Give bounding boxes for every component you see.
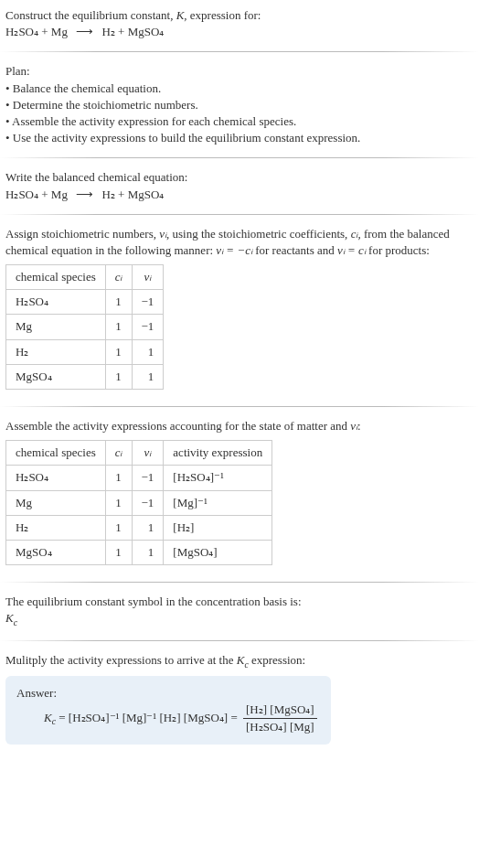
cell-n: −1 bbox=[132, 290, 164, 315]
text: Assemble the activity expressions accoun… bbox=[5, 419, 350, 433]
header-section: Construct the equilibrium constant, K, e… bbox=[0, 0, 479, 48]
col-nui: νᵢ bbox=[132, 265, 164, 290]
table-header-row: chemical species cᵢ νᵢ activity expressi… bbox=[6, 441, 272, 466]
cell-c: 1 bbox=[105, 490, 132, 515]
cell-c: 1 bbox=[105, 540, 132, 564]
species: H₂ bbox=[101, 188, 114, 201]
cell-act: [Mg]⁻¹ bbox=[164, 490, 272, 515]
term: [H₂] bbox=[160, 711, 181, 724]
divider bbox=[0, 582, 479, 583]
species: MgSO₄ bbox=[128, 188, 165, 201]
construct-line: Construct the equilibrium constant, K, e… bbox=[5, 7, 474, 24]
text: , using the stoichiometric coefficients, bbox=[166, 227, 351, 241]
nu-symbol: νᵢ bbox=[350, 419, 357, 433]
table-row: MgSO₄11 bbox=[6, 364, 164, 389]
species: Mg bbox=[51, 25, 68, 38]
cell-species: MgSO₄ bbox=[6, 540, 106, 564]
text: Assign stoichiometric numbers, bbox=[5, 227, 159, 241]
k: K bbox=[5, 611, 14, 625]
answer-equation: Kc = [H₂SO₄]⁻¹ [Mg]⁻¹ [H₂] [MgSO₄] = [H₂… bbox=[16, 702, 320, 735]
cell-c: 1 bbox=[105, 315, 132, 339]
text: , expression for: bbox=[184, 8, 261, 22]
table-header-row: chemical species cᵢ νᵢ bbox=[6, 265, 164, 290]
text: : bbox=[357, 419, 361, 433]
table-row: Mg1−1 bbox=[6, 315, 164, 339]
species: H₂SO₄ bbox=[5, 25, 38, 38]
col-species: chemical species bbox=[6, 265, 106, 290]
cell-c: 1 bbox=[105, 364, 132, 389]
cell-n: 1 bbox=[132, 515, 164, 540]
species: H₂ bbox=[101, 25, 114, 38]
eq: νᵢ = cᵢ bbox=[337, 243, 366, 257]
symbol-line: The equilibrium constant symbol in the c… bbox=[5, 594, 474, 610]
cell-species: H₂ bbox=[6, 515, 106, 540]
equals: = bbox=[56, 711, 69, 724]
species: Mg bbox=[51, 188, 68, 201]
text: Construct the equilibrium constant, bbox=[5, 8, 176, 22]
table-row: H₂11 bbox=[6, 339, 164, 364]
multiply-section: Mulitply the activity expressions to arr… bbox=[0, 645, 479, 758]
plan-bullet: • Assemble the activity expression for e… bbox=[5, 113, 474, 130]
activity-section: Assemble the activity expressions accoun… bbox=[0, 411, 479, 578]
balanced-section: Write the balanced chemical equation: H₂… bbox=[0, 162, 479, 209]
cell-species: Mg bbox=[6, 490, 106, 515]
cell-c: 1 bbox=[105, 290, 132, 315]
k: K bbox=[44, 711, 52, 724]
table-row: Mg1−1[Mg]⁻¹ bbox=[6, 490, 272, 515]
cell-species: H₂SO₄ bbox=[6, 290, 106, 315]
text: for reactants and bbox=[252, 243, 337, 257]
numerator: [H₂] [MgSO₄] bbox=[243, 702, 317, 719]
plan-bullet: • Determine the stoichiometric numbers. bbox=[5, 97, 474, 113]
multiply-line: Mulitply the activity expressions to arr… bbox=[5, 652, 474, 670]
divider bbox=[0, 640, 479, 641]
plus: + bbox=[38, 188, 51, 201]
cell-n: 1 bbox=[132, 339, 164, 364]
col-species: chemical species bbox=[6, 441, 106, 466]
cell-act: [H₂SO₄]⁻¹ bbox=[164, 466, 272, 490]
denominator: [H₂SO₄] [Mg] bbox=[243, 719, 317, 735]
cell-species: Mg bbox=[6, 315, 106, 339]
table-row: MgSO₄11[MgSO₄] bbox=[6, 540, 272, 564]
plan-section: Plan: • Balance the chemical equation. •… bbox=[0, 56, 479, 154]
col-ci: cᵢ bbox=[105, 441, 132, 466]
divider bbox=[0, 406, 479, 407]
balanced-equation: H₂SO₄ + Mg ⟶ H₂ + MgSO₄ bbox=[5, 187, 474, 203]
answer-label: Answer: bbox=[16, 685, 320, 702]
plan-title: Plan: bbox=[5, 63, 474, 80]
term: [H₂SO₄]⁻¹ bbox=[69, 711, 120, 724]
stoich-table: chemical species cᵢ νᵢ H₂SO₄1−1 Mg1−1 H₂… bbox=[5, 264, 164, 390]
species: MgSO₄ bbox=[128, 25, 165, 38]
arrow-icon: ⟶ bbox=[76, 187, 93, 203]
unbalanced-equation: H₂SO₄ + Mg ⟶ H₂ + MgSO₄ bbox=[5, 24, 474, 40]
symbol-section: The equilibrium constant symbol in the c… bbox=[0, 586, 479, 636]
cell-c: 1 bbox=[105, 339, 132, 364]
cell-n: −1 bbox=[132, 466, 164, 490]
species: H₂SO₄ bbox=[5, 188, 38, 201]
divider bbox=[0, 157, 479, 158]
cell-n: −1 bbox=[132, 315, 164, 339]
term: [Mg]⁻¹ bbox=[122, 711, 157, 724]
text: Mulitply the activity expressions to arr… bbox=[5, 653, 237, 667]
cell-act: [MgSO₄] bbox=[164, 540, 272, 564]
nu-symbol: νᵢ bbox=[159, 227, 166, 241]
assign-paragraph: Assign stoichiometric numbers, νᵢ, using… bbox=[5, 226, 474, 259]
text: expression: bbox=[249, 653, 305, 667]
plus: + bbox=[115, 188, 128, 201]
assign-section: Assign stoichiometric numbers, νᵢ, using… bbox=[0, 219, 479, 402]
cell-species: H₂ bbox=[6, 339, 106, 364]
c-sub: c bbox=[14, 617, 17, 627]
arrow-icon: ⟶ bbox=[76, 24, 93, 40]
eq: νᵢ = −cᵢ bbox=[216, 243, 252, 257]
plus: + bbox=[38, 25, 51, 38]
kc-symbol: Kc bbox=[5, 610, 474, 628]
table-row: H₂SO₄1−1[H₂SO₄]⁻¹ bbox=[6, 466, 272, 490]
divider bbox=[0, 214, 479, 215]
activity-title: Assemble the activity expressions accoun… bbox=[5, 418, 474, 434]
cell-act: [H₂] bbox=[164, 515, 272, 540]
balanced-title: Write the balanced chemical equation: bbox=[5, 169, 474, 186]
activity-table: chemical species cᵢ νᵢ activity expressi… bbox=[5, 440, 272, 565]
fraction: [H₂] [MgSO₄][H₂SO₄] [Mg] bbox=[243, 702, 317, 735]
text: for products: bbox=[366, 243, 430, 257]
plus: + bbox=[115, 25, 128, 38]
table-row: H₂11[H₂] bbox=[6, 515, 272, 540]
